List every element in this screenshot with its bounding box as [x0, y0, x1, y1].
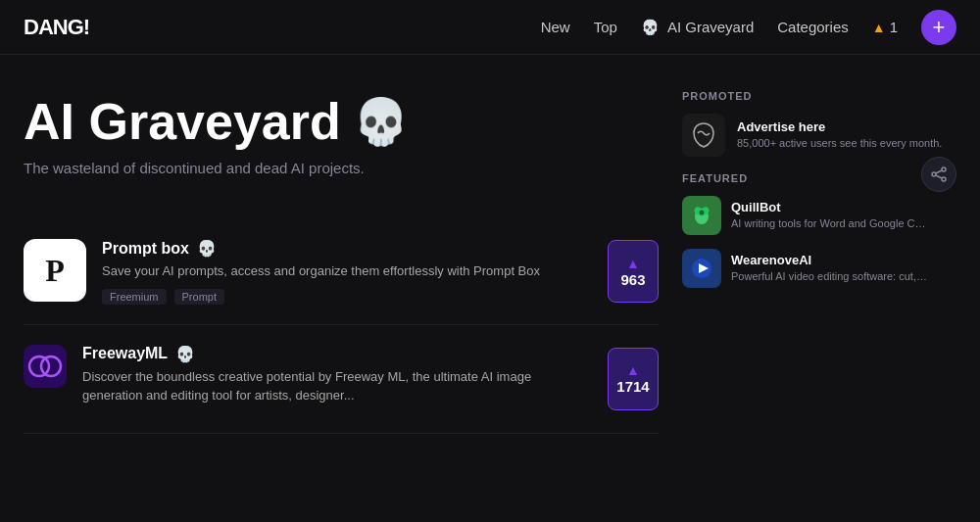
featured-desc-quillbot: AI writing tools for Word and Google Chr… — [731, 216, 927, 231]
skull-icon: 💀 — [641, 19, 660, 36]
tag-freemium[interactable]: Freemium — [102, 289, 167, 305]
svg-point-0 — [29, 356, 49, 376]
product-logo-freewayml[interactable] — [24, 345, 67, 388]
product-card-promptbox: P Prompt box 💀 Save your AI prompts, acc… — [24, 219, 659, 325]
page-hero: AI Graveyard 💀 The wasteland of disconti… — [24, 55, 659, 200]
promoted-label: PROMOTED — [682, 90, 956, 102]
product-desc-freewayml: Discover the boundless creative potentia… — [82, 367, 592, 405]
promoted-logo — [682, 114, 725, 157]
product-name-promptbox[interactable]: Prompt box — [102, 240, 189, 258]
featured-logo-quillbot — [682, 196, 721, 235]
main-container: AI Graveyard 💀 The wasteland of disconti… — [0, 55, 980, 434]
product-logo-promptbox[interactable]: P — [24, 239, 86, 302]
svg-line-6 — [936, 175, 942, 178]
vote-arrow-icon-freeway: ▲ — [626, 363, 640, 377]
product-list: P Prompt box 💀 Save your AI prompts, acc… — [24, 219, 659, 434]
promoted-desc: 85,000+ active users see this every mont… — [737, 136, 942, 151]
main-nav: New Top 💀 AI Graveyard Categories ▲ 1 + — [541, 10, 956, 45]
featured-info-wearenove: WearenoveAI Powerful AI video editing so… — [731, 253, 927, 284]
svg-point-4 — [942, 177, 946, 181]
vote-button-freewayml[interactable]: ▲ 1714 — [608, 348, 659, 410]
svg-point-2 — [942, 167, 946, 171]
featured-info-quillbot: QuillBot AI writing tools for Word and G… — [731, 200, 927, 231]
nav-ai-graveyard[interactable]: 💀 AI Graveyard — [641, 19, 754, 36]
svg-line-5 — [936, 170, 942, 173]
nav-top[interactable]: Top — [594, 19, 617, 35]
header: DANG! New Top 💀 AI Graveyard Categories … — [0, 0, 980, 55]
promoted-info: Advertise here 85,000+ active users see … — [737, 119, 942, 151]
featured-label: FEATURED — [682, 172, 956, 184]
product-card-freewayml: FreewayML 💀 Discover the boundless creat… — [24, 325, 659, 434]
page-subtitle: The wasteland of discontinued and dead A… — [24, 160, 659, 176]
vote-arrow-icon: ▲ — [626, 257, 640, 270]
nav-alert[interactable]: ▲ 1 — [872, 19, 898, 35]
site-logo[interactable]: DANG! — [24, 15, 89, 40]
promoted-name: Advertise here — [737, 119, 942, 134]
product-info-freewayml: FreewayML 💀 Discover the boundless creat… — [82, 345, 592, 413]
product-tags-promptbox: Freemium Prompt — [102, 289, 592, 305]
product-name-freewayml[interactable]: FreewayML — [82, 345, 168, 362]
page-title: AI Graveyard 💀 — [24, 94, 659, 150]
share-button[interactable] — [921, 157, 956, 192]
product-desc-promptbox: Save your AI prompts, access and organiz… — [102, 261, 592, 281]
featured-desc-wearenove: Powerful AI video editing software: cut,… — [731, 269, 927, 284]
vote-count-promptbox: 963 — [620, 272, 645, 287]
svg-point-3 — [932, 172, 936, 176]
tag-prompt[interactable]: Prompt — [174, 289, 224, 305]
hero-skull-icon: 💀 — [353, 97, 409, 147]
alert-triangle-icon: ▲ — [872, 20, 886, 35]
featured-item-quillbot[interactable]: QuillBot AI writing tools for Word and G… — [682, 196, 956, 235]
product-name-row-freeway: FreewayML 💀 — [82, 345, 592, 363]
featured-name-wearenove: WearenoveAI — [731, 253, 927, 267]
nav-new[interactable]: New — [541, 19, 570, 35]
right-sidebar: PROMOTED Advertise here 85,000+ active u… — [682, 55, 956, 434]
vote-button-promptbox[interactable]: ▲ 963 — [608, 240, 659, 303]
featured-item-wearenove[interactable]: WearenoveAI Powerful AI video editing so… — [682, 249, 956, 288]
product-name-row: Prompt box 💀 — [102, 239, 592, 258]
nav-categories[interactable]: Categories — [777, 19, 849, 35]
product-info-promptbox: Prompt box 💀 Save your AI prompts, acces… — [102, 239, 592, 305]
featured-logo-wearenove — [682, 249, 721, 288]
promoted-card[interactable]: Advertise here 85,000+ active users see … — [682, 114, 956, 157]
svg-point-1 — [41, 356, 61, 376]
left-column: AI Graveyard 💀 The wasteland of disconti… — [24, 55, 659, 434]
svg-point-8 — [700, 211, 705, 215]
product-skull-icon-freeway: 💀 — [175, 345, 195, 363]
add-button[interactable]: + — [921, 10, 956, 45]
featured-name-quillbot: QuillBot — [731, 200, 927, 214]
vote-count-freewayml: 1714 — [616, 379, 649, 394]
product-skull-icon: 💀 — [197, 239, 217, 258]
